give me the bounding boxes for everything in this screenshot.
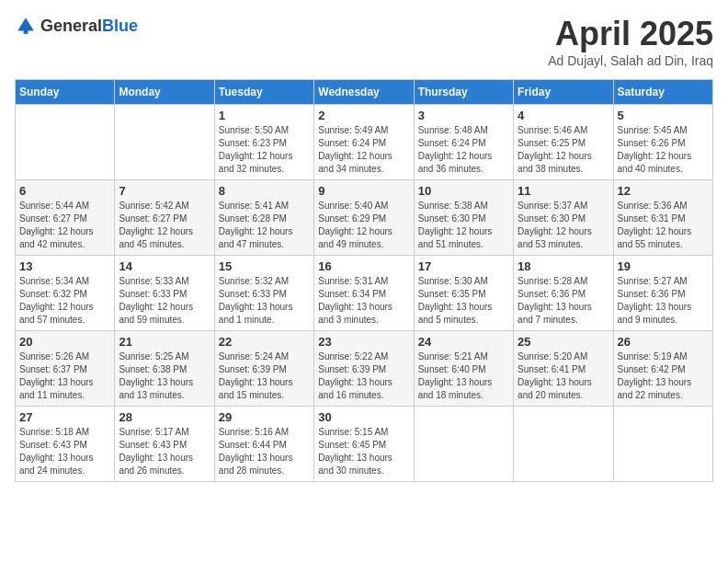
day-info: Sunrise: 5:41 AM Sunset: 6:28 PM Dayligh…	[219, 200, 310, 251]
calendar-cell: 12Sunrise: 5:36 AM Sunset: 6:31 PM Dayli…	[613, 180, 712, 256]
calendar-cell: 28Sunrise: 5:17 AM Sunset: 6:43 PM Dayli…	[115, 407, 214, 482]
day-number: 11	[518, 184, 609, 198]
day-info: Sunrise: 5:50 AM Sunset: 6:23 PM Dayligh…	[219, 124, 310, 176]
weekday-header-cell: Monday	[115, 80, 214, 105]
day-info: Sunrise: 5:17 AM Sunset: 6:43 PM Dayligh…	[119, 426, 210, 477]
calendar-cell: 24Sunrise: 5:21 AM Sunset: 6:40 PM Dayli…	[414, 331, 513, 407]
calendar-cell	[115, 105, 214, 180]
calendar-cell: 7Sunrise: 5:42 AM Sunset: 6:27 PM Daylig…	[115, 180, 214, 256]
calendar-cell: 13Sunrise: 5:34 AM Sunset: 6:32 PM Dayli…	[16, 256, 115, 331]
calendar-cell	[613, 407, 712, 482]
calendar-header-row: SundayMondayTuesdayWednesdayThursdayFrid…	[16, 80, 713, 105]
calendar-week-row: 1Sunrise: 5:50 AM Sunset: 6:23 PM Daylig…	[16, 105, 713, 180]
day-info: Sunrise: 5:42 AM Sunset: 6:27 PM Dayligh…	[119, 200, 210, 251]
day-info: Sunrise: 5:46 AM Sunset: 6:25 PM Dayligh…	[518, 124, 609, 176]
day-info: Sunrise: 5:15 AM Sunset: 6:45 PM Dayligh…	[318, 426, 409, 477]
calendar-body: 1Sunrise: 5:50 AM Sunset: 6:23 PM Daylig…	[16, 105, 713, 482]
day-number: 24	[418, 335, 509, 349]
day-number: 14	[119, 259, 210, 273]
day-info: Sunrise: 5:48 AM Sunset: 6:24 PM Dayligh…	[418, 124, 509, 176]
day-info: Sunrise: 5:45 AM Sunset: 6:26 PM Dayligh…	[618, 124, 709, 176]
calendar-cell: 10Sunrise: 5:38 AM Sunset: 6:30 PM Dayli…	[414, 180, 513, 256]
calendar-cell	[514, 407, 613, 482]
calendar-week-row: 6Sunrise: 5:44 AM Sunset: 6:27 PM Daylig…	[16, 180, 713, 256]
day-info: Sunrise: 5:18 AM Sunset: 6:43 PM Dayligh…	[19, 426, 110, 477]
day-info: Sunrise: 5:28 AM Sunset: 6:36 PM Dayligh…	[518, 275, 609, 327]
day-number: 5	[618, 109, 709, 122]
weekday-header-cell: Tuesday	[214, 80, 313, 105]
calendar-cell	[414, 407, 513, 482]
calendar-cell: 20Sunrise: 5:26 AM Sunset: 6:37 PM Dayli…	[16, 331, 115, 407]
day-number: 29	[219, 410, 310, 424]
calendar-cell: 29Sunrise: 5:16 AM Sunset: 6:44 PM Dayli…	[214, 407, 313, 482]
calendar-cell: 1Sunrise: 5:50 AM Sunset: 6:23 PM Daylig…	[214, 105, 313, 180]
weekday-header-cell: Saturday	[613, 80, 712, 105]
calendar-cell: 11Sunrise: 5:37 AM Sunset: 6:30 PM Dayli…	[514, 180, 613, 256]
weekday-header-cell: Sunday	[16, 80, 115, 105]
day-number: 18	[518, 259, 609, 273]
day-number: 12	[618, 184, 709, 198]
calendar-cell: 18Sunrise: 5:28 AM Sunset: 6:36 PM Dayli…	[514, 256, 613, 331]
calendar-cell: 8Sunrise: 5:41 AM Sunset: 6:28 PM Daylig…	[214, 180, 313, 256]
calendar-cell: 25Sunrise: 5:20 AM Sunset: 6:41 PM Dayli…	[514, 331, 613, 407]
day-number: 28	[119, 410, 210, 424]
day-info: Sunrise: 5:25 AM Sunset: 6:38 PM Dayligh…	[119, 350, 210, 402]
title-area: April 2025 Ad Dujayl, Salah ad Din, Iraq	[548, 15, 713, 68]
day-info: Sunrise: 5:24 AM Sunset: 6:39 PM Dayligh…	[219, 350, 310, 402]
day-number: 8	[219, 184, 310, 198]
day-number: 27	[19, 410, 110, 424]
month-year: April 2025	[548, 15, 713, 53]
calendar-cell: 2Sunrise: 5:49 AM Sunset: 6:24 PM Daylig…	[314, 105, 414, 180]
day-info: Sunrise: 5:33 AM Sunset: 6:33 PM Dayligh…	[119, 275, 210, 327]
day-info: Sunrise: 5:27 AM Sunset: 6:36 PM Dayligh…	[618, 275, 709, 327]
day-number: 25	[518, 335, 609, 349]
location: Ad Dujayl, Salah ad Din, Iraq	[548, 53, 713, 68]
day-number: 2	[318, 109, 409, 122]
day-number: 17	[418, 259, 509, 273]
day-info: Sunrise: 5:31 AM Sunset: 6:34 PM Dayligh…	[318, 275, 409, 327]
day-info: Sunrise: 5:38 AM Sunset: 6:30 PM Dayligh…	[418, 200, 509, 251]
day-number: 7	[119, 184, 210, 198]
day-number: 30	[318, 410, 409, 424]
logo-icon	[15, 15, 37, 37]
logo-text-blue: Blue	[102, 17, 138, 35]
calendar-cell: 21Sunrise: 5:25 AM Sunset: 6:38 PM Dayli…	[115, 331, 214, 407]
calendar-cell: 9Sunrise: 5:40 AM Sunset: 6:29 PM Daylig…	[314, 180, 414, 256]
calendar-cell: 23Sunrise: 5:22 AM Sunset: 6:39 PM Dayli…	[314, 331, 414, 407]
day-number: 15	[219, 259, 310, 273]
day-info: Sunrise: 5:44 AM Sunset: 6:27 PM Dayligh…	[19, 200, 110, 251]
day-info: Sunrise: 5:36 AM Sunset: 6:31 PM Dayligh…	[618, 200, 709, 251]
day-info: Sunrise: 5:16 AM Sunset: 6:44 PM Dayligh…	[219, 426, 310, 477]
day-number: 26	[618, 335, 709, 349]
calendar-table: SundayMondayTuesdayWednesdayThursdayFrid…	[15, 79, 713, 482]
calendar-week-row: 27Sunrise: 5:18 AM Sunset: 6:43 PM Dayli…	[16, 407, 713, 482]
day-info: Sunrise: 5:37 AM Sunset: 6:30 PM Dayligh…	[518, 200, 609, 251]
day-number: 3	[418, 109, 509, 122]
calendar-cell: 26Sunrise: 5:19 AM Sunset: 6:42 PM Dayli…	[613, 331, 712, 407]
day-info: Sunrise: 5:20 AM Sunset: 6:41 PM Dayligh…	[518, 350, 609, 402]
day-number: 16	[318, 259, 409, 273]
day-number: 13	[19, 259, 110, 273]
calendar-cell: 5Sunrise: 5:45 AM Sunset: 6:26 PM Daylig…	[613, 105, 712, 180]
day-info: Sunrise: 5:30 AM Sunset: 6:35 PM Dayligh…	[418, 275, 509, 327]
calendar-week-row: 13Sunrise: 5:34 AM Sunset: 6:32 PM Dayli…	[16, 256, 713, 331]
logo-text-general: General	[40, 17, 102, 35]
weekday-header-cell: Thursday	[414, 80, 513, 105]
calendar-week-row: 20Sunrise: 5:26 AM Sunset: 6:37 PM Dayli…	[16, 331, 713, 407]
page-header: GeneralBlue April 2025 Ad Dujayl, Salah …	[15, 15, 713, 68]
calendar-cell	[16, 105, 115, 180]
day-info: Sunrise: 5:40 AM Sunset: 6:29 PM Dayligh…	[318, 200, 409, 251]
logo: GeneralBlue	[15, 15, 138, 37]
day-number: 6	[19, 184, 110, 198]
day-info: Sunrise: 5:32 AM Sunset: 6:33 PM Dayligh…	[219, 275, 310, 327]
day-number: 23	[318, 335, 409, 349]
day-number: 20	[19, 335, 110, 349]
calendar-cell: 27Sunrise: 5:18 AM Sunset: 6:43 PM Dayli…	[16, 407, 115, 482]
day-info: Sunrise: 5:21 AM Sunset: 6:40 PM Dayligh…	[418, 350, 509, 402]
day-number: 1	[219, 109, 310, 122]
calendar-cell: 15Sunrise: 5:32 AM Sunset: 6:33 PM Dayli…	[214, 256, 313, 331]
day-info: Sunrise: 5:19 AM Sunset: 6:42 PM Dayligh…	[618, 350, 709, 402]
day-number: 4	[518, 109, 609, 122]
calendar-cell: 14Sunrise: 5:33 AM Sunset: 6:33 PM Dayli…	[115, 256, 214, 331]
calendar-cell: 16Sunrise: 5:31 AM Sunset: 6:34 PM Dayli…	[314, 256, 414, 331]
